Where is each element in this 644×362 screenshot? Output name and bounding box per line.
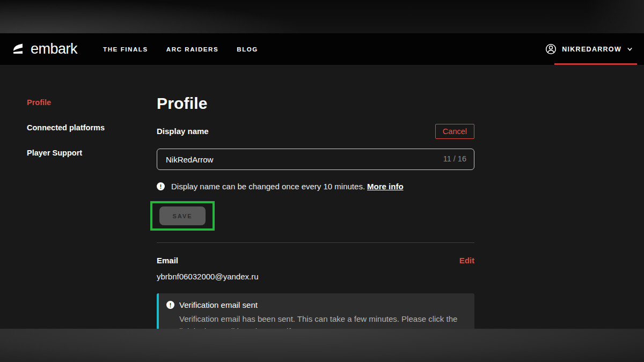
edit-email-link[interactable]: Edit — [459, 256, 474, 265]
notice-info-icon: ! — [166, 301, 174, 309]
hint-text: Display name can be changed once every 1… — [171, 182, 404, 191]
nav-link-arc-raiders[interactable]: ARC RAIDERS — [166, 46, 218, 53]
account-icon — [545, 43, 557, 55]
display-name-row: Display name Cancel — [157, 123, 474, 139]
notice-header: ! Verification email sent — [166, 300, 466, 309]
embark-logo-icon — [11, 42, 25, 56]
chevron-down-icon — [626, 46, 633, 53]
info-icon: ! — [157, 182, 165, 190]
nav-link-the-finals[interactable]: THE FINALS — [103, 46, 148, 53]
display-name-input-wrap: 11 / 16 — [157, 149, 474, 170]
email-label: Email — [157, 256, 178, 265]
page-title: Profile — [157, 94, 474, 113]
sidebar-item-profile[interactable]: Profile — [27, 98, 157, 107]
page: embark THE FINALS ARC RAIDERS BLOG NIKRE… — [0, 0, 644, 362]
hint-message: Display name can be changed once every 1… — [171, 182, 365, 191]
cancel-button[interactable]: Cancel — [435, 124, 474, 139]
sidebar: Profile Connected platforms Player Suppo… — [0, 65, 157, 329]
email-row: Email Edit — [157, 256, 474, 265]
nav-link-blog[interactable]: BLOG — [237, 46, 258, 53]
notice-title: Verification email sent — [179, 300, 258, 309]
char-counter: 11 / 16 — [443, 154, 466, 163]
sidebar-item-player-support[interactable]: Player Support — [27, 149, 157, 157]
content-area: Profile Connected platforms Player Suppo… — [0, 65, 644, 329]
user-menu[interactable]: NIKREDARROW — [545, 43, 633, 55]
sidebar-item-connected-platforms[interactable]: Connected platforms — [27, 123, 157, 132]
user-menu-active-underline — [554, 63, 637, 65]
top-background-band — [0, 0, 644, 33]
embark-logo[interactable]: embark — [11, 41, 77, 57]
display-name-hint: ! Display name can be changed once every… — [157, 182, 474, 191]
more-info-link[interactable]: More info — [367, 182, 404, 191]
display-name-label: Display name — [157, 127, 209, 136]
save-button[interactable]: SAVE — [159, 206, 206, 225]
save-button-annotation: SAVE — [150, 201, 215, 231]
email-value: ybrbnf06032000@yandex.ru — [157, 272, 474, 281]
brand-wordmark: embark — [31, 41, 77, 57]
display-name-input[interactable] — [157, 149, 474, 170]
main-panel: Profile Display name Cancel 11 / 16 ! Di… — [157, 65, 474, 329]
navbar: embark THE FINALS ARC RAIDERS BLOG NIKRE… — [0, 33, 644, 65]
user-name: NIKREDARROW — [562, 46, 621, 53]
section-divider — [157, 242, 474, 243]
bottom-background-band — [0, 329, 644, 362]
nav-links: THE FINALS ARC RAIDERS BLOG — [103, 46, 258, 53]
